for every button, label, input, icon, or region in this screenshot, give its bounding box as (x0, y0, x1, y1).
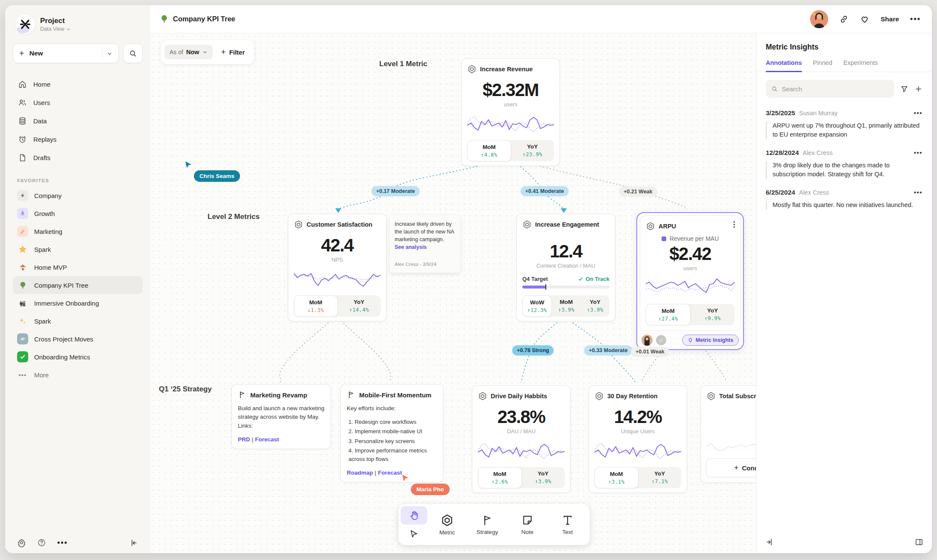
database-icon (17, 117, 27, 125)
stat-cell[interactable]: YoY ↑14.4% (338, 295, 381, 317)
more-icon[interactable]: ••• (57, 538, 68, 547)
annotation-menu-icon[interactable]: ••• (914, 109, 922, 117)
roadmap-link[interactable]: Roadmap (347, 470, 373, 476)
stat-cell[interactable]: YoY ↑9.9% (691, 304, 735, 325)
sidebar-item-marketing[interactable]: Marketing (13, 222, 143, 240)
annotation-item[interactable]: 3/25/2025 Susan Murray ••• ARPU went up … (756, 102, 932, 142)
collapse-panel-icon[interactable] (765, 538, 773, 546)
forecast-link[interactable]: Forecast (378, 470, 402, 476)
sidebar-item-data[interactable]: Data (13, 112, 143, 130)
stat-cell[interactable]: YoY ↑3.9% (581, 295, 609, 317)
favorite-heart-icon[interactable] (860, 14, 870, 24)
search-input[interactable] (782, 85, 889, 93)
sidebar-item-onboarding-metrics[interactable]: Onboarding Metrics (13, 348, 143, 366)
annotation-item[interactable]: 12/28/2024 Alex Cress ••• 3% drop likely… (756, 142, 932, 181)
sidebar-item-growth[interactable]: Growth (13, 204, 143, 222)
metric-card-total-subscriptions[interactable]: Total Subscript + Connec (700, 385, 756, 483)
hand-tool[interactable] (401, 506, 427, 525)
sparkline (706, 438, 756, 455)
stat-cell[interactable]: MoM ↑4.8% (467, 140, 511, 161)
stat-cell[interactable]: MoM ↓1.3% (294, 295, 338, 317)
stat-label: YoY (512, 143, 553, 150)
stat-value: ↑3.1% (596, 479, 637, 485)
strategy-body: Build and launch a new marketing strateg… (238, 404, 325, 430)
sidebar-item-company-kpi-tree[interactable]: Company KPI Tree (13, 276, 143, 294)
metric-title: Customer Satisfaction (307, 221, 372, 228)
copy-link-icon[interactable] (839, 15, 849, 24)
metric-card-arpu-selected[interactable]: ARPU Revenue per MAU $2.42 users (636, 212, 744, 350)
project-header[interactable]: Project Data View (13, 15, 143, 34)
stat-cell[interactable]: MoM ↑2.6% (478, 467, 522, 488)
note-tool[interactable]: Note (507, 506, 548, 543)
add-annotation-icon[interactable] (914, 85, 922, 93)
stat-cell[interactable]: YoY ↑3.9% (522, 467, 565, 488)
annotation-author: Susan Murray (799, 110, 837, 117)
project-view-switcher[interactable]: Data View (40, 26, 71, 32)
stat-cell[interactable]: MoM ↑27.4% (646, 304, 691, 325)
sidebar-item-users[interactable]: Users (13, 93, 143, 112)
overflow-menu-icon[interactable]: ••• (910, 15, 921, 23)
annotation-search[interactable] (766, 80, 894, 98)
stat-cell[interactable]: MoM ↑3.9% (552, 295, 580, 317)
connect-data-button[interactable]: + Connec (706, 458, 756, 477)
metric-insights-badge[interactable]: Metric Insights (682, 335, 739, 346)
annotation-note-card[interactable]: Increase likely driven by the launch of … (389, 215, 460, 273)
filter-funnel-icon[interactable] (900, 85, 908, 93)
metric-hexagon-icon (467, 64, 477, 74)
forecast-link[interactable]: Forecast (255, 436, 279, 443)
strategy-tool[interactable]: Strategy (467, 506, 507, 543)
stat-cell[interactable]: MoM ↑3.1% (594, 467, 638, 488)
annotation-menu-icon[interactable]: ••• (914, 149, 922, 156)
text-tool[interactable]: Text (548, 506, 588, 543)
note-byline: Alex Cress - 3/9/24 (395, 261, 455, 268)
sidebar-item-more[interactable]: ••• More (13, 366, 143, 384)
filter-button[interactable]: + Filter (215, 44, 251, 61)
layout-panel-icon[interactable] (915, 538, 923, 546)
chevron-down-icon (66, 27, 71, 32)
avatar[interactable] (810, 10, 828, 28)
search-button[interactable] (123, 44, 143, 63)
annotation-menu-icon[interactable]: ••• (914, 189, 922, 196)
sidebar-item-home-mvp[interactable]: Home MVP (13, 258, 143, 276)
collapse-sidebar-icon[interactable] (130, 539, 138, 547)
annotation-item[interactable]: 6/25/2024 Alex Cress ••• Mostly flat thi… (756, 181, 932, 212)
favorite-label: Immersive Onboarding (34, 300, 99, 307)
sidebar-item-spark[interactable]: Spark (13, 240, 143, 258)
metric-card-customer-satisfaction[interactable]: Customer Satisfaction 42.4 NPS MoM ↓1.3% (288, 214, 387, 321)
sidebar-item-drafts[interactable]: Drafts (13, 149, 143, 167)
share-button[interactable]: Share (881, 15, 899, 23)
stat-cell[interactable]: YoY ↑7.1% (638, 467, 682, 488)
strategy-card-marketing-revamp[interactable]: Marketing Revamp Build and launch a new … (231, 384, 331, 449)
settings-gear-icon[interactable] (17, 538, 26, 547)
card-menu-icon[interactable] (733, 221, 735, 230)
metric-card-drive-daily-habbits[interactable]: Drive Daily Habbits 23.8% DAU / MAU MoM … (472, 385, 571, 493)
sidebar-item-home[interactable]: Home (13, 75, 143, 93)
help-icon[interactable] (37, 538, 46, 547)
chevron-down-icon[interactable] (107, 51, 112, 56)
sidebar-item-replays[interactable]: Replays (13, 130, 143, 149)
stat-cell[interactable]: YoY ↑23.9% (511, 140, 554, 161)
sidebar-item-cross-project-moves[interactable]: Cross Project Moves (13, 330, 143, 348)
note-text: Increase likely driven by the launch of … (395, 221, 454, 242)
select-tool[interactable] (401, 525, 427, 543)
as-of-dropdown[interactable]: As of Now (164, 45, 213, 59)
annotation-date: 3/25/2025 (766, 109, 795, 117)
strategy-card-mobile-first-momentum[interactable]: Mobile-First Momentum Key efforts includ… (340, 384, 443, 482)
tab-annotations[interactable]: Annotations (766, 59, 802, 72)
metric-tool[interactable]: Metric (427, 506, 467, 543)
kpi-tree-canvas[interactable]: As of Now + Filter Level 1 Metric Level … (150, 33, 756, 553)
sidebar-item-company[interactable]: Company (13, 187, 143, 204)
tab-pinned[interactable]: Pinned (813, 59, 832, 72)
tab-experiments[interactable]: Experiments (843, 59, 878, 72)
new-button[interactable]: + New (13, 44, 119, 63)
lightning-icon (17, 190, 28, 201)
metric-card-30-day-retention[interactable]: 30 Day Retention 14.2% Unique Users MoM … (589, 385, 687, 493)
see-analysis-link[interactable]: See analysis (395, 243, 455, 251)
favorite-label: Home MVP (34, 264, 67, 271)
metric-card-increase-engagement[interactable]: Increase Engagement 12.4 Content Creatio… (516, 214, 615, 321)
prd-link[interactable]: PRD (238, 436, 250, 443)
sidebar-item-spark-2[interactable]: Spark (13, 312, 143, 330)
metric-card-increase-revenue[interactable]: Increase Revenue $2.32M users MoM ↑4.8% (461, 58, 560, 166)
sidebar-item-immersive-onboarding[interactable]: Immersive Onboarding (13, 294, 143, 312)
stat-cell[interactable]: WoW ↑12.3% (522, 295, 552, 317)
